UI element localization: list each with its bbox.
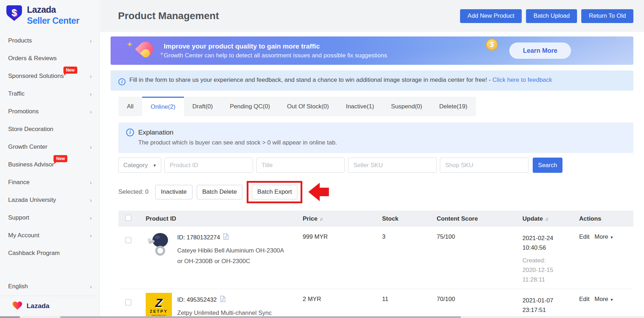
filter-bar: Category ▼ Search [118,158,633,173]
caret-down-icon: ▼ [153,163,157,167]
lazada-footer-logo: Lazada [0,296,100,316]
tab-suspend[interactable]: Suspend(0) [382,97,431,116]
return-to-old-button[interactable]: Return To Old [581,9,633,23]
sidebar-item-lazada-university[interactable]: Lazada University › [0,191,100,209]
sidebar-item-products[interactable]: Products › [0,32,100,50]
lazada-heart-icon [12,301,23,312]
svg-text:$: $ [11,7,17,18]
copy-doc-icon[interactable] [223,233,229,242]
more-dropdown[interactable]: More▼ [594,296,614,303]
tab-delete[interactable]: Delete(19) [431,97,476,116]
horizontal-scrollbar[interactable] [0,316,644,318]
chevron-right-icon: › [90,215,92,221]
column-update: Update↓↑ [515,215,572,222]
product-title: Cateye Hibiki Bell Aluminium OH-2300A or… [177,245,289,267]
sidebar-item-support[interactable]: Support › [0,209,100,227]
row-checkbox[interactable] [125,299,131,306]
update-cell: 2021-02-24 10:40:56 Created: 2020-12-15 … [515,233,572,289]
sidebar-item-finance[interactable]: Finance › [0,174,100,191]
sidebar-item-cashback-program[interactable]: Cashback Program [0,244,100,262]
product-image-bell [146,231,172,257]
sidebar-item-traffic[interactable]: Traffic › [0,85,100,103]
learn-more-button[interactable]: Learn More [509,42,571,59]
annotation-highlight-box: Batch Export [247,181,302,203]
chevron-right-icon: › [90,284,92,290]
new-badge: New [54,155,67,162]
sidebar-item-promotions[interactable]: Promotions › [0,103,100,120]
row-checkbox[interactable] [125,237,131,243]
column-content-score: Content Score [430,215,515,222]
new-badge: New [63,67,77,74]
copy-doc-icon[interactable] [220,296,225,304]
scrollbar-thumb[interactable] [60,316,461,318]
title-input[interactable] [256,158,345,173]
sparkle-icon [160,51,164,57]
batch-export-button[interactable]: Batch Export [252,185,297,199]
seller-center-logo[interactable]: $ $ Lazada Seller Center [0,0,100,26]
stock-value: 11 [375,296,430,318]
language-selector[interactable]: English › [0,277,100,296]
shop-sku-input[interactable] [440,158,528,173]
category-dropdown[interactable]: Category ▼ [118,158,161,173]
sidebar-item-sponsored-solutions[interactable]: Sponsored SolutionsNew › [0,67,100,85]
sidebar-nav: Products › Orders & Reviews Sponsored So… [0,32,100,262]
chevron-right-icon: › [90,73,92,79]
product-id-input[interactable] [164,158,253,173]
sidebar-item-orders-reviews[interactable]: Orders & Reviews [0,50,100,67]
brand-name: Lazada [27,4,79,15]
page-title: Product Management [118,10,219,22]
table-header: Product ID Price↓↑ Stock Content Score U… [118,211,633,227]
tab-pending-qc[interactable]: Pending QC(0) [221,97,278,116]
feedback-info-bar: iFill in the form to share us your exper… [111,70,633,91]
chevron-right-icon: › [90,233,92,239]
column-price: Price↓↑ [296,215,375,222]
more-dropdown[interactable]: More▼ [594,233,614,240]
chevron-right-icon: › [90,109,92,115]
add-new-product-button[interactable]: Add New Product [460,9,522,23]
growth-center-banner: Improve your product quality to gain mor… [111,36,633,65]
sort-icon[interactable]: ↓↑ [545,217,548,222]
sidebar-item-growth-center[interactable]: Growth Center › [0,138,100,156]
select-all-checkbox[interactable] [125,215,131,221]
product-id-value: ID: 495352432 [177,296,217,303]
chevron-right-icon: › [90,180,92,186]
tab-all[interactable]: All [118,97,142,116]
price-value: 999 MYR [296,233,375,289]
column-stock: Stock [375,215,430,222]
table-row: ID: 1780132274 Cateye Hibiki Bell Alumin… [118,227,633,289]
footer-brand-name: Lazada [27,302,49,310]
batch-upload-button[interactable]: Batch Upload [526,9,577,23]
chevron-right-icon: › [90,91,92,97]
column-actions: Actions [572,215,633,222]
info-icon: i [118,78,125,85]
price-value: 2 MYR [296,296,375,318]
feedback-link[interactable]: Click here to feedback [492,76,552,83]
batch-delete-button[interactable]: Batch Delete [197,185,242,199]
tab-inactive[interactable]: Inactive(1) [337,97,382,116]
chevron-right-icon: › [90,38,92,44]
inactivate-button[interactable]: Inactivate [155,185,192,199]
sidebar-item-my-account[interactable]: My Account › [0,227,100,244]
bulk-actions-bar: Selected: 0 Inactivate Batch Delete Batc… [118,181,633,203]
tab-out-of-stock[interactable]: Out Of Stock(0) [279,97,337,116]
search-button[interactable]: Search [533,158,562,173]
info-icon: i [126,129,134,136]
status-tabs: All Online(2) Draft(0) Pending QC(0) Out… [118,97,633,116]
edit-link[interactable]: Edit [579,233,589,240]
coin-icon [486,39,498,51]
sort-icon[interactable]: ↓↑ [320,217,323,222]
main-area: Product Management Add New Product Batch… [100,0,644,318]
seller-sku-input[interactable] [348,158,437,173]
sidebar-item-store-decoration[interactable]: Store Decoration [0,120,100,138]
product-table: Product ID Price↓↑ Stock Content Score U… [118,211,633,318]
caret-down-icon: ▼ [610,235,614,239]
caret-down-icon: ▼ [610,298,614,302]
content-score-value: 75/100 [430,233,515,289]
table-row: Z ZETPY www.zetpy.com ID: 495352432 [118,289,633,318]
sidebar-item-business-advisor[interactable]: Business AdvisorNew [0,156,100,174]
edit-link[interactable]: Edit [579,296,589,303]
tab-online[interactable]: Online(2) [142,97,184,116]
flame-icon [136,41,154,61]
tab-draft[interactable]: Draft(0) [184,97,222,116]
annotation-arrow-left-icon [308,183,329,201]
